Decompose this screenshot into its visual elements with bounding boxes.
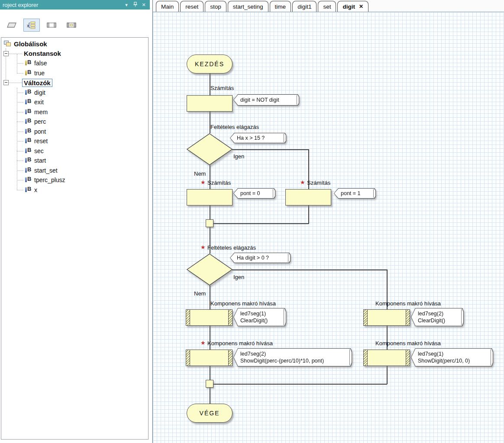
explorer-title: roject explorer <box>3 2 121 8</box>
annotation-text: digit = NOT digit <box>240 96 299 103</box>
tool-variables-button[interactable]: x <box>23 19 40 32</box>
variable-icon <box>25 177 32 183</box>
annotation-text: Ha x > 15 ? <box>237 135 286 141</box>
component-macro-node[interactable] <box>363 350 410 366</box>
tree-label: mem <box>34 109 48 116</box>
tree-label: perc <box>34 118 46 125</box>
decision-node[interactable] <box>186 133 233 165</box>
tree-item-start[interactable]: start <box>1 156 148 166</box>
tree-label: Globálisok <box>14 40 47 48</box>
parallelogram-icon <box>7 21 16 29</box>
annotation-macro1[interactable]: led7seg(1) ClearDigit() <box>233 308 286 326</box>
tree-label: exit <box>34 99 44 106</box>
variables-icon: x <box>27 21 36 29</box>
tree-item-x[interactable]: x <box>1 185 148 195</box>
breakpoint-icon: ★ <box>300 179 305 186</box>
tool-io-shape-button[interactable] <box>3 19 20 32</box>
end-node[interactable]: VÉGE <box>187 404 233 423</box>
tree-label: start <box>34 157 46 164</box>
annotation-calc2[interactable]: pont = 0 <box>233 188 275 199</box>
breakpoint-icon: ★ <box>200 179 206 186</box>
tree-label: reset <box>34 138 48 144</box>
annotation-text: ShowDigit(perc-(perc/10)*10, pont) <box>240 357 352 364</box>
panel-menu-button[interactable]: ▾ <box>123 2 130 8</box>
tab-time[interactable]: time <box>270 1 291 12</box>
tree-item-start_set[interactable]: start_set <box>1 166 148 176</box>
tab-close-icon[interactable]: ✕ <box>359 3 363 10</box>
tree-label: true <box>34 70 45 77</box>
tab-label: stop <box>210 3 221 10</box>
tree-label: false <box>34 60 47 67</box>
tree-item-true[interactable]: true <box>1 68 148 78</box>
tree-label: Konstansok <box>24 50 61 57</box>
tree-label: digit <box>34 89 45 96</box>
node-title: Komponens makró hívása <box>375 300 441 307</box>
tree-item-perc[interactable]: perc <box>1 117 148 127</box>
tree-item-tperc_plusz[interactable]: tperc_plusz <box>1 175 148 185</box>
annotation-dec1[interactable]: Ha x > 15 ? <box>230 133 286 143</box>
tab-label: Main <box>161 3 174 10</box>
breakpoint-icon: ★ <box>200 244 206 250</box>
variable-icon <box>25 109 32 115</box>
annotation-calc3[interactable]: pont = 1 <box>334 188 376 199</box>
explorer-titlebar: roject explorer ▾ ✕ <box>0 0 150 10</box>
tree-item-pont[interactable]: pont <box>1 127 148 137</box>
connector-line <box>387 366 388 384</box>
calculation-node[interactable] <box>187 189 233 205</box>
tab-label: set <box>323 3 331 10</box>
tree-root-globals[interactable]: Globálisok <box>1 39 148 49</box>
annotation-macro4[interactable]: led7seg(1) ShowDigit(perc/10, 0) <box>411 348 493 366</box>
annotation-dec2[interactable]: Ha digit > 0 ? <box>230 253 291 263</box>
tab-label: reset <box>185 3 198 10</box>
document-tabbar: Main reset stop start_seting time digit1… <box>153 0 504 12</box>
tab-digit[interactable]: digit ✕ <box>337 1 368 12</box>
tab-main[interactable]: Main <box>156 1 179 12</box>
node-title: Komponens makró hívása <box>210 300 276 307</box>
tree-expander[interactable] <box>3 80 9 85</box>
component-macro-node[interactable] <box>186 350 233 366</box>
junction-node[interactable] <box>206 380 213 388</box>
annotation-calc1[interactable]: digit = NOT digit <box>233 94 299 106</box>
close-panel-button[interactable]: ✕ <box>140 2 147 8</box>
tab-label: digit1 <box>297 3 311 10</box>
tab-stop[interactable]: stop <box>205 1 226 12</box>
tool-macro-button[interactable] <box>43 19 60 32</box>
tab-set[interactable]: set <box>318 1 336 12</box>
tree-expander[interactable] <box>3 51 9 56</box>
annotation-macro3[interactable]: led7seg(2) ShowDigit(perc-(perc/10)*10, … <box>233 348 352 366</box>
tree-label: pont <box>34 128 46 135</box>
component-macro-icon <box>67 21 76 29</box>
tab-reset[interactable]: reset <box>180 1 204 12</box>
variable-icon <box>25 90 32 96</box>
tree-group-valtozok[interactable]: Változók <box>1 78 148 88</box>
tree-group-konstansok[interactable]: Konstansok <box>1 49 148 59</box>
variable-icon <box>25 167 32 173</box>
calculation-node[interactable] <box>187 95 233 112</box>
tree-item-false[interactable]: false <box>1 58 148 68</box>
tree-label: x <box>34 186 37 193</box>
tab-digit1[interactable]: digit1 <box>292 1 317 12</box>
tree-item-digit[interactable]: digit <box>1 88 148 98</box>
variable-icon <box>25 157 32 164</box>
connector-line <box>210 388 210 404</box>
tool-component-macro-button[interactable] <box>63 19 80 32</box>
tree-item-exit[interactable]: exit <box>1 97 148 107</box>
start-node[interactable]: KEZDÉS <box>187 55 233 74</box>
end-label: VÉGE <box>200 410 220 417</box>
tree-item-mem[interactable]: mem <box>1 107 148 117</box>
component-macro-node[interactable] <box>186 309 233 326</box>
annotation-text: pont = 1 <box>341 190 375 197</box>
annotation-macro2[interactable]: led7seg(2) ClearDigit() <box>411 308 464 326</box>
flowchart-canvas[interactable]: KEZDÉS Számítás digit = NOT digit Feltét… <box>153 12 504 443</box>
junction-node[interactable] <box>206 219 213 227</box>
branch-no-label: Nem <box>194 170 206 177</box>
decision-node[interactable] <box>186 254 233 286</box>
node-title: Számítás <box>210 85 234 91</box>
tree-item-sec[interactable]: sec <box>1 146 148 156</box>
pin-icon[interactable] <box>132 2 139 8</box>
tab-start_seting[interactable]: start_seting <box>228 1 268 12</box>
variable-icon <box>25 187 32 193</box>
component-macro-node[interactable] <box>363 309 410 326</box>
tree-item-reset[interactable]: reset <box>1 136 148 146</box>
calculation-node[interactable] <box>285 189 331 205</box>
